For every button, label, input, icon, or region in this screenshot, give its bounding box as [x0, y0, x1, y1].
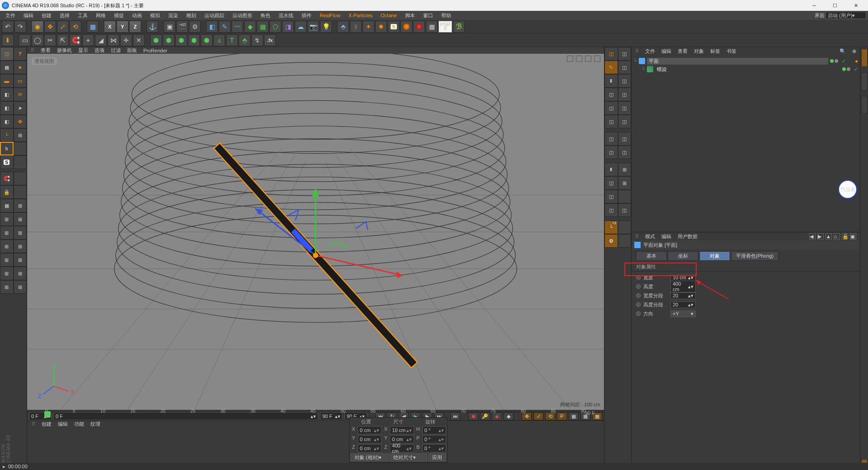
- axis-icon[interactable]: └: [0, 128, 14, 142]
- rs6[interactable]: ◫: [618, 74, 632, 88]
- pos-x-field[interactable]: 0 cm▴▾: [358, 426, 382, 434]
- mat-edit[interactable]: 编辑: [58, 421, 68, 428]
- obj-name-spiral[interactable]: 螺旋: [655, 66, 840, 73]
- viewport[interactable]: 透视视图: [27, 54, 604, 410]
- spline-tool-button[interactable]: 〰: [231, 21, 243, 33]
- menu-help[interactable]: 帮助: [438, 12, 455, 19]
- am-edit[interactable]: 编辑: [661, 233, 671, 240]
- wseg-field[interactable]: 20▴▾: [670, 292, 696, 299]
- rs8[interactable]: ◫: [618, 88, 632, 101]
- mouse-mode-icon[interactable]: 🖱: [0, 142, 14, 155]
- om-bookmarks[interactable]: 书签: [726, 48, 736, 55]
- rs3[interactable]: ✎: [604, 61, 618, 74]
- tag-button[interactable]: ✸: [375, 21, 387, 33]
- size-z-field[interactable]: 400 cm▴▾: [390, 444, 414, 452]
- om-tags[interactable]: 标签: [710, 48, 720, 55]
- array-button[interactable]: ⬡: [269, 21, 281, 33]
- wf-icon[interactable]: ▦: [0, 199, 14, 212]
- am-new-icon[interactable]: ▣: [850, 233, 856, 240]
- g11-icon[interactable]: ⊞: [0, 280, 14, 294]
- primitive-cube-button[interactable]: ◧: [206, 21, 218, 33]
- edge-mode-icon[interactable]: ◧: [0, 101, 14, 115]
- rs22[interactable]: [618, 190, 632, 203]
- rs18[interactable]: ⊞: [618, 163, 632, 176]
- arrow-mode-icon[interactable]: ➤: [14, 61, 27, 74]
- g1-icon[interactable]: ⊞: [0, 212, 14, 226]
- texture-mode-icon[interactable]: ▦: [0, 61, 14, 74]
- tree-button[interactable]: ⍋: [213, 34, 225, 46]
- make-editable-button[interactable]: ⬇: [2, 34, 14, 46]
- menu-tools[interactable]: 工具: [74, 12, 91, 19]
- redo-button[interactable]: ↷: [14, 21, 26, 33]
- g9-icon[interactable]: ⊞: [0, 267, 14, 280]
- menu-motrack[interactable]: 运动跟踪: [201, 12, 228, 19]
- am-home-icon[interactable]: ⌂: [834, 233, 840, 240]
- world-coord-button[interactable]: ⚓: [146, 21, 158, 33]
- dynamics-button[interactable]: ↯: [251, 34, 263, 46]
- vp-menu-filter[interactable]: 过滤: [111, 47, 121, 54]
- frt2[interactable]: [861, 72, 868, 90]
- help-icon[interactable]: ?: [14, 47, 27, 61]
- rs2[interactable]: ◫: [618, 47, 632, 61]
- vp-orbit-icon[interactable]: [585, 56, 591, 62]
- menu-octane[interactable]: Octane: [377, 13, 400, 18]
- grid-icon[interactable]: ⊞: [14, 128, 27, 142]
- minimize-button[interactable]: ─: [804, 0, 825, 11]
- camera-button[interactable]: 📷: [307, 21, 319, 33]
- vp-menu-prorender[interactable]: ProRender: [143, 48, 167, 53]
- lock-icon[interactable]: 🔒: [0, 185, 14, 199]
- vp-max-icon[interactable]: [594, 56, 600, 62]
- object-tree[interactable]: └ 平面 ✓ ● └ 螺旋 ✓: [632, 55, 860, 232]
- size-mode-dropdown[interactable]: 绝对尺寸 ▾: [389, 453, 427, 461]
- menu-mesh[interactable]: 网格: [92, 12, 109, 19]
- mat-tex[interactable]: 纹理: [90, 421, 100, 428]
- fx-text-button[interactable]: T: [226, 34, 238, 46]
- size-x-field[interactable]: 10 cm▴▾: [390, 426, 414, 434]
- timeline-ruler[interactable]: 051015202530354045505560657075808590 90 …: [27, 410, 604, 412]
- frt3[interactable]: [861, 96, 868, 114]
- bridge-button[interactable]: ⋈: [108, 34, 119, 46]
- vp-pan-icon[interactable]: [567, 56, 573, 62]
- coord-mode-dropdown[interactable]: 对象 (相对) ▾: [350, 453, 388, 461]
- g6-icon[interactable]: ⊞: [14, 240, 27, 253]
- rs11[interactable]: ◫: [604, 115, 618, 128]
- am-up-icon[interactable]: ▲: [826, 233, 832, 240]
- g10-icon[interactable]: ⊞: [14, 267, 27, 280]
- g4-icon[interactable]: ⊞: [14, 226, 27, 240]
- uv-mode-icon[interactable]: ▬: [0, 74, 14, 88]
- menu-edit[interactable]: 编辑: [20, 12, 37, 19]
- menu-simulate[interactable]: 模拟: [146, 12, 164, 19]
- opt2-button[interactable]: ⤢: [533, 412, 543, 420]
- hseg-field[interactable]: 20▴▾: [670, 301, 696, 308]
- menu-mograph[interactable]: 运动图形: [229, 12, 256, 19]
- vp-menu-view[interactable]: 查看: [41, 47, 51, 54]
- move-icon[interactable]: ✥: [14, 115, 27, 128]
- rs27[interactable]: ⚙: [604, 234, 618, 248]
- prim1-button[interactable]: ⬢: [150, 34, 162, 46]
- prim4-button[interactable]: ⬢: [188, 34, 200, 46]
- scale-tool[interactable]: ⤢: [57, 21, 69, 33]
- axis-x-toggle[interactable]: X: [104, 21, 116, 33]
- generator-button[interactable]: ◆: [244, 21, 256, 33]
- prim2-button[interactable]: ⬢: [163, 34, 175, 46]
- layout-dropdown[interactable]: 启动 (用户)▾: [826, 12, 866, 19]
- vp-menu-camera[interactable]: 摄像机: [57, 47, 72, 54]
- tree-row-spiral[interactable]: └ 螺旋 ✓: [633, 65, 858, 73]
- render-settings-button[interactable]: ⚙: [189, 21, 201, 33]
- menu-window[interactable]: 窗口: [420, 12, 437, 19]
- hair-button[interactable]: ⫴: [350, 21, 362, 33]
- vp-zoom-icon[interactable]: [576, 56, 582, 62]
- orient-dropdown[interactable]: +Y▾: [670, 310, 696, 317]
- om-view[interactable]: 查看: [678, 48, 688, 55]
- vp-menu-panel[interactable]: 面板: [127, 47, 137, 54]
- rs25[interactable]: └=1: [604, 221, 618, 234]
- menu-realflow[interactable]: RealFlow: [316, 13, 344, 18]
- model-mode-icon[interactable]: ◫: [0, 47, 14, 61]
- size-y-field[interactable]: 0 cm▴▾: [390, 435, 414, 443]
- opt5-button[interactable]: ▦: [569, 412, 579, 420]
- knife-button[interactable]: ✂: [44, 34, 56, 46]
- height-field[interactable]: 400 cm▴▾: [670, 281, 696, 292]
- rot-b-field[interactable]: 0 °▴▾: [422, 444, 446, 452]
- g3-icon[interactable]: ⊞: [0, 226, 14, 240]
- rs5[interactable]: ⬍: [604, 74, 618, 88]
